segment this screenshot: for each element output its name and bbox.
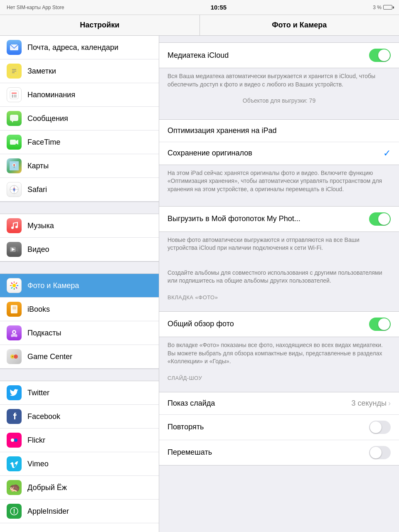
slideshow-toggle-1[interactable] xyxy=(369,421,391,434)
sidebar-item-reminders[interactable]: Напоминания xyxy=(0,83,159,107)
svg-point-25 xyxy=(11,227,14,229)
svg-marker-12 xyxy=(12,121,13,123)
sidebar-label-messages: Сообщения xyxy=(27,114,68,123)
summary-label: Общий обзор фото xyxy=(167,320,234,328)
sidebar-item-ibooks[interactable]: iBooks xyxy=(0,298,159,321)
sidebar-label-gamecenter: Game Center xyxy=(27,352,72,361)
slideshow-item-2[interactable]: Перемешать xyxy=(159,440,399,465)
battery-icon xyxy=(383,5,392,10)
sidebar: Почта, адреса, календариЗаметкиНапоминан… xyxy=(0,36,159,532)
status-left: Нет SIM-карты App Store xyxy=(7,5,64,10)
slideshow-value-0: 3 секунды › xyxy=(352,399,391,408)
sidebar-item-mail[interactable]: Почта, адреса, календари xyxy=(0,36,159,59)
summary-description: Во вкладке «Фото» показаны все фото, нах… xyxy=(159,337,399,372)
svg-point-30 xyxy=(12,284,16,287)
icon-ibooks xyxy=(7,302,22,317)
icon-reminders xyxy=(7,87,22,102)
svg-rect-11 xyxy=(10,115,18,121)
photostream-toggle-knob xyxy=(378,213,390,225)
sidebar-label-photos: Фото и Камера xyxy=(27,281,79,290)
icon-safari xyxy=(7,182,22,197)
sharing-description: Создайте альбомы для совместного использ… xyxy=(159,265,399,291)
sidebar-label-safari: Safari xyxy=(27,185,47,194)
storage-option2-label: Сохранение оригиналов xyxy=(167,149,252,158)
sidebar-item-twitter[interactable]: Twitter xyxy=(0,381,159,405)
sidebar-item-vimeo[interactable]: Vimeo xyxy=(0,452,159,476)
sidebar-label-notes: Заметки xyxy=(27,67,56,76)
icloud-description: Вся Ваша медиатека автоматически выгружа… xyxy=(159,68,399,94)
photostream-toggle-row[interactable]: Выгрузить в Мой фотопоток My Phot... xyxy=(159,207,399,232)
photostream-section: Выгрузить в Мой фотопоток My Phot... xyxy=(159,206,399,232)
slideshow-header: СЛАЙД-ШОУ xyxy=(159,372,399,384)
sidebar-label-facetime: FaceTime xyxy=(27,138,60,147)
sidebar-item-flickr[interactable]: Flickr xyxy=(0,429,159,452)
icloud-toggle-knob xyxy=(378,49,390,61)
svg-point-44 xyxy=(13,331,15,333)
storage-option1-row[interactable]: Оптимизация хранения на iPad xyxy=(159,120,399,142)
sidebar-item-photos[interactable]: Фото и Камера xyxy=(0,274,159,298)
svg-line-36 xyxy=(16,287,17,288)
nav-left: Настройки xyxy=(0,15,200,35)
photostream-description: Новые фото автоматически выгружаются и о… xyxy=(159,232,399,258)
icon-music xyxy=(7,218,22,233)
summary-toggle[interactable] xyxy=(369,318,391,331)
status-bar: Нет SIM-карты App Store 10:55 3 % xyxy=(0,0,399,15)
slideshow-label-0: Показ слайда xyxy=(167,399,215,408)
icon-photos xyxy=(7,278,22,293)
nav-bar: Настройки Фото и Камера xyxy=(0,15,399,36)
icloud-section: Медиатека iCloud xyxy=(159,42,399,68)
svg-marker-28 xyxy=(16,247,18,252)
sidebar-item-maps[interactable]: Карты xyxy=(0,154,159,178)
sidebar-item-music[interactable]: Музыка xyxy=(0,214,159,238)
svg-line-37 xyxy=(16,283,17,284)
svg-rect-40 xyxy=(11,305,13,313)
svg-rect-13 xyxy=(10,140,16,145)
sidebar-item-gamecenter[interactable]: Game Center xyxy=(0,345,159,369)
svg-point-49 xyxy=(11,438,14,442)
sidebar-item-appleinsider[interactable]: AppleInsider xyxy=(0,500,159,523)
storage-section: Оптимизация хранения на iPad Сохранение … xyxy=(159,119,399,165)
summary-section: Общий обзор фото xyxy=(159,311,399,337)
icon-vimeo xyxy=(7,456,22,471)
svg-point-26 xyxy=(15,226,18,228)
icon-maps xyxy=(7,158,22,173)
sidebar-item-messages[interactable]: Сообщения xyxy=(0,107,159,131)
sidebar-item-video[interactable]: Видео xyxy=(0,238,159,261)
icloud-toggle-row[interactable]: Медиатека iCloud xyxy=(159,43,399,68)
sidebar-item-safari[interactable]: Safari xyxy=(0,178,159,202)
sidebar-item-notes[interactable]: Заметки xyxy=(0,59,159,83)
icloud-label: Медиатека iCloud xyxy=(167,51,229,60)
sidebar-divider-gamecenter xyxy=(0,369,159,381)
storage-option2-row[interactable]: Сохранение оригиналов ✓ xyxy=(159,142,399,165)
icon-mail xyxy=(7,40,22,55)
svg-point-48 xyxy=(15,356,17,357)
sidebar-item-facebook[interactable]: Facebook xyxy=(0,405,159,429)
nav-right-title: Фото и Камера xyxy=(272,21,327,30)
nav-right: Фото и Камера xyxy=(200,15,399,35)
status-time: 10:55 xyxy=(211,4,227,11)
icon-video xyxy=(7,242,22,257)
slideshow-item-0[interactable]: Показ слайда 3 секунды › xyxy=(159,392,399,415)
sidebar-item-facetime[interactable]: FaceTime xyxy=(0,131,159,154)
sidebar-label-mail: Почта, адреса, календари xyxy=(27,43,118,52)
main-layout: Почта, адреса, календариЗаметкиНапоминан… xyxy=(0,36,399,532)
storage-option1-label: Оптимизация хранения на iPad xyxy=(167,126,277,135)
sidebar-label-podcasts: Подкасты xyxy=(27,329,62,337)
sidebar-label-flickr: Flickr xyxy=(27,436,45,445)
icon-appleinsider xyxy=(7,504,22,519)
photostream-toggle[interactable] xyxy=(369,212,391,226)
svg-marker-14 xyxy=(16,140,18,145)
slideshow-item-1[interactable]: Повторять xyxy=(159,415,399,440)
storage-checkmark: ✓ xyxy=(383,148,391,159)
icloud-toggle[interactable] xyxy=(369,49,391,62)
svg-line-38 xyxy=(11,287,12,288)
sidebar-label-appleinsider: AppleInsider xyxy=(27,507,69,516)
sidebar-item-podcasts[interactable]: Подкасты xyxy=(0,321,159,345)
summary-toggle-knob xyxy=(378,318,390,330)
summary-toggle-row[interactable]: Общий обзор фото xyxy=(159,312,399,337)
slideshow-toggle-2[interactable] xyxy=(369,446,391,459)
status-right: 3 % xyxy=(373,5,392,10)
sidebar-item-dobryi[interactable]: 🦔Добрый Ёж xyxy=(0,476,159,500)
sidebar-label-reminders: Напоминания xyxy=(27,91,75,99)
sidebar-label-vimeo: Vimeo xyxy=(27,460,49,468)
